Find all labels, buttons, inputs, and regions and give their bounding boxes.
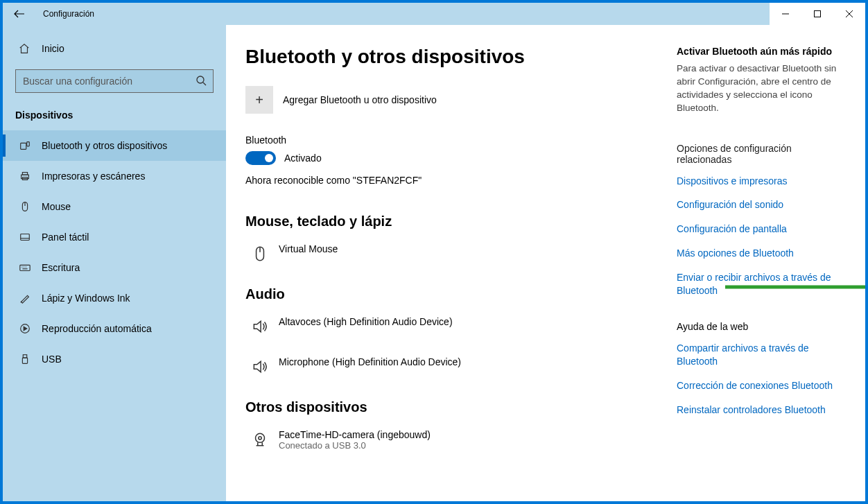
bluetooth-label: Bluetooth bbox=[245, 134, 656, 146]
svg-rect-2 bbox=[21, 143, 26, 149]
add-device-button[interactable]: + Agregar Bluetooth u otro dispositivo bbox=[245, 86, 656, 114]
device-virtual-mouse[interactable]: Virtual Mouse bbox=[245, 239, 656, 279]
svg-rect-0 bbox=[815, 11, 821, 17]
sidebar-item-label: Panel táctil bbox=[42, 232, 89, 243]
link-sound-settings[interactable]: Configuración del sonido bbox=[677, 198, 842, 211]
usb-icon bbox=[18, 353, 32, 365]
section-audio-heading: Audio bbox=[245, 286, 656, 302]
svg-rect-18 bbox=[22, 358, 27, 363]
settings-window: Configuración Inicio D bbox=[3, 3, 865, 501]
close-button[interactable] bbox=[833, 3, 865, 25]
sidebar-item-label: Reproducción automática bbox=[42, 323, 152, 334]
touchpad-icon bbox=[18, 231, 32, 243]
add-device-label: Agregar Bluetooth u otro dispositivo bbox=[283, 94, 437, 105]
svg-point-1 bbox=[197, 76, 204, 83]
discoverable-text: Ahora reconocible como "STEFAN2FCF" bbox=[245, 175, 656, 186]
search-input[interactable] bbox=[15, 69, 214, 93]
device-name: Virtual Mouse bbox=[279, 243, 338, 254]
link-reinstall-bt[interactable]: Reinstalar controladores Bluetooth bbox=[677, 403, 842, 417]
mouse-icon bbox=[248, 243, 272, 263]
device-microphone[interactable]: Microphone (High Definition Audio Device… bbox=[245, 352, 656, 392]
sidebar-item-label: Bluetooth y otros dispositivos bbox=[42, 140, 167, 151]
speaker-icon bbox=[248, 356, 272, 376]
sidebar-item-mouse[interactable]: Mouse bbox=[3, 191, 226, 222]
plus-icon: + bbox=[245, 86, 273, 114]
content: Bluetooth y otros dispositivos + Agregar… bbox=[226, 25, 670, 501]
sidebar-list: Bluetooth y otros dispositivos Impresora… bbox=[3, 130, 226, 374]
sidebar-item-label: Escritura bbox=[42, 262, 80, 273]
device-name: Altavoces (High Definition Audio Device) bbox=[279, 316, 453, 327]
camera-icon bbox=[248, 429, 272, 449]
sidebar-item-autoplay[interactable]: Reproducción automática bbox=[3, 313, 226, 344]
sidebar-item-label: Lápiz y Windows Ink bbox=[42, 293, 130, 304]
printer-icon bbox=[18, 170, 32, 182]
titlebar: Configuración bbox=[3, 3, 865, 25]
minimize-button[interactable] bbox=[770, 3, 801, 25]
device-camera[interactable]: FaceTime-HD-camera (ingebouwd) Conectado… bbox=[245, 425, 656, 467]
sidebar-item-bluetooth[interactable]: Bluetooth y otros dispositivos bbox=[3, 130, 226, 161]
sidebar-item-printers[interactable]: Impresoras y escáneres bbox=[3, 161, 226, 191]
speaker-icon bbox=[248, 316, 272, 336]
svg-rect-17 bbox=[23, 355, 26, 358]
link-more-bluetooth[interactable]: Más opciones de Bluetooth bbox=[677, 247, 842, 260]
device-speakers[interactable]: Altavoces (High Definition Audio Device) bbox=[245, 312, 656, 352]
sidebar-item-touchpad[interactable]: Panel táctil bbox=[3, 222, 226, 252]
link-send-receive-bt[interactable]: Enviar o recibir archivos a través de Bl… bbox=[677, 271, 842, 297]
device-sub: Conectado a USB 3.0 bbox=[279, 440, 431, 451]
maximize-button[interactable] bbox=[801, 3, 833, 25]
page-heading: Bluetooth y otros dispositivos bbox=[245, 46, 656, 68]
link-devices-printers[interactable]: Dispositivos e impresoras bbox=[677, 175, 842, 188]
link-display-settings[interactable]: Configuración de pantalla bbox=[677, 223, 842, 236]
window-controls bbox=[770, 3, 865, 25]
window-title: Configuración bbox=[43, 9, 94, 19]
body: Inicio Dispositivos Bluetooth y otros di… bbox=[3, 25, 865, 501]
home-button[interactable]: Inicio bbox=[3, 35, 226, 62]
related-title: Opciones de configuración relacionadas bbox=[677, 143, 842, 165]
sidebar-category: Dispositivos bbox=[3, 100, 226, 130]
link-fix-bt[interactable]: Corrección de conexiones Bluetooth bbox=[677, 379, 842, 392]
sidebar: Inicio Dispositivos Bluetooth y otros di… bbox=[3, 25, 226, 501]
link-share-bt[interactable]: Compartir archivos a través de Bluetooth bbox=[677, 342, 842, 368]
sidebar-item-typing[interactable]: Escritura bbox=[3, 252, 226, 283]
back-button[interactable] bbox=[8, 3, 31, 25]
device-name: FaceTime-HD-camera (ingebouwd) bbox=[279, 429, 431, 440]
sidebar-item-pen[interactable]: Lápiz y Windows Ink bbox=[3, 283, 226, 313]
sidebar-item-label: USB bbox=[42, 354, 62, 365]
pen-icon bbox=[18, 292, 32, 304]
svg-rect-11 bbox=[20, 265, 30, 270]
svg-point-21 bbox=[256, 433, 265, 442]
svg-point-22 bbox=[259, 437, 261, 440]
keyboard-icon bbox=[18, 261, 32, 274]
right-column: Activar Bluetooth aún más rápido Para ac… bbox=[670, 25, 857, 501]
sidebar-item-usb[interactable]: USB bbox=[3, 344, 226, 374]
svg-rect-3 bbox=[27, 142, 30, 146]
autoplay-icon bbox=[18, 322, 32, 335]
search-icon bbox=[196, 75, 207, 88]
tip-title: Activar Bluetooth aún más rápido bbox=[677, 46, 842, 57]
tip-body: Para activar o desactivar Bluetooth sin … bbox=[677, 62, 842, 115]
home-label: Inicio bbox=[42, 43, 64, 54]
section-mouse-heading: Mouse, teclado y lápiz bbox=[245, 214, 656, 229]
search-box bbox=[15, 69, 214, 93]
device-name: Microphone (High Definition Audio Device… bbox=[279, 356, 461, 367]
sidebar-item-label: Impresoras y escáneres bbox=[42, 171, 145, 182]
svg-rect-9 bbox=[21, 234, 30, 241]
main: Bluetooth y otros dispositivos + Agregar… bbox=[226, 25, 865, 501]
sidebar-item-label: Mouse bbox=[42, 201, 71, 212]
svg-rect-5 bbox=[22, 173, 27, 175]
home-icon bbox=[18, 42, 31, 55]
mouse-icon bbox=[18, 200, 32, 213]
help-title: Ayuda de la web bbox=[677, 321, 842, 332]
section-other-heading: Otros dispositivos bbox=[245, 399, 656, 415]
bluetooth-toggle[interactable] bbox=[245, 151, 276, 165]
bluetooth-state: Activado bbox=[284, 153, 322, 164]
bluetooth-icon bbox=[18, 139, 32, 152]
